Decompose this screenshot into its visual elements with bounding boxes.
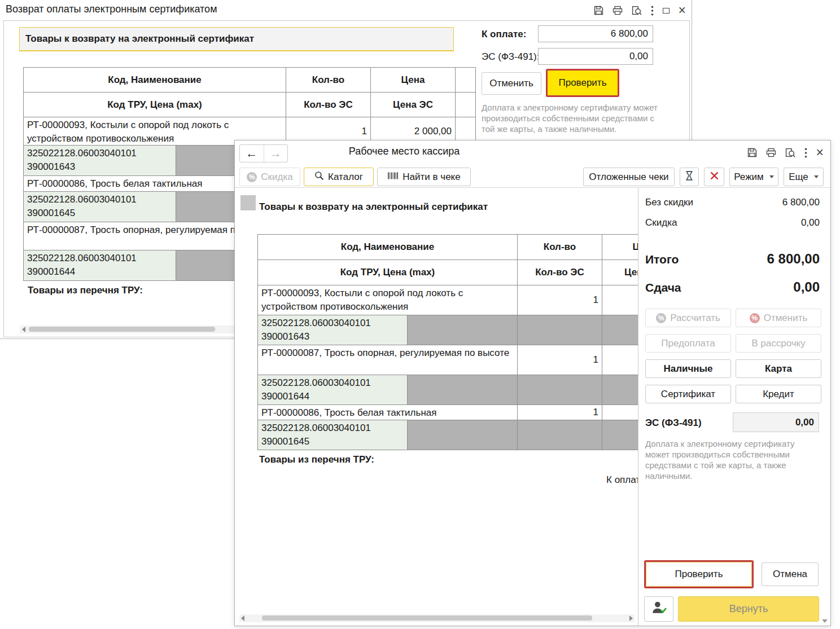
no-discount-value: 6 800,00: [782, 197, 820, 208]
back-arrow-icon[interactable]: ←: [240, 145, 264, 162]
tru-code-line-1: 325022128.06003040101: [27, 147, 172, 160]
table-row-tru[interactable]: 325022128.06003040101 390001643: [258, 315, 638, 345]
total-value: 6 800,00: [767, 251, 820, 267]
horizontal-scrollbar[interactable]: [239, 614, 635, 622]
cell-tru-price-max: [408, 420, 518, 450]
kebab-menu-icon[interactable]: [651, 6, 654, 16]
percent-icon: %: [247, 172, 257, 182]
print-icon[interactable]: [766, 148, 776, 157]
cancel-button[interactable]: Отменить: [482, 72, 541, 95]
calculate-button[interactable]: % Рассчитать: [645, 309, 731, 327]
scroll-down-icon[interactable]: [822, 619, 828, 623]
customer-button[interactable]: [644, 596, 673, 622]
discount-value: 0,00: [801, 217, 820, 228]
maximize-icon[interactable]: [663, 8, 670, 14]
receipt-items-table: Код, Наименование Кол-во Цена Код ТРУ, Ц…: [257, 234, 638, 450]
cell-item-name: РТ-00000087, Трость опорная, регулируема…: [258, 345, 518, 375]
scroll-right-icon[interactable]: [629, 615, 633, 621]
credit-button[interactable]: Кредит: [736, 385, 821, 403]
panel-handle[interactable]: [240, 195, 256, 210]
percent-icon: %: [656, 313, 666, 323]
table-header-row-2: Код ТРУ, Цена (max) Кол-во ЭС Цена ЭС: [258, 260, 638, 285]
cashier-window: ← → Рабочее место кассира × % Скидка Кат…: [234, 140, 831, 626]
cell-tru-code: 325022128.06003040101 390001644: [258, 375, 408, 405]
mode-button[interactable]: Режим: [729, 168, 778, 186]
check-button-highlight: Проверить: [546, 69, 619, 97]
delete-receipt-button[interactable]: [704, 168, 724, 186]
card-button[interactable]: Карта: [736, 359, 821, 378]
col-header-tru: Код ТРУ, Цена (max): [24, 93, 286, 117]
tru-list-label: Товары из перечня ТРУ:: [259, 454, 374, 465]
calculate-button-label: Рассчитать: [670, 313, 720, 324]
col-header-qty-es: Кол-во ЭС: [518, 260, 602, 285]
cell-tru-code: 325022128.06003040101 390001643: [258, 315, 408, 345]
find-in-receipt-button[interactable]: Найти в чеке: [377, 168, 471, 186]
es-label: ЭС (ФЗ-491): [645, 417, 702, 429]
es-input[interactable]: 0,00: [538, 48, 653, 65]
scroll-left-icon[interactable]: [241, 615, 244, 621]
cell-item-price: [602, 345, 638, 375]
find-icon[interactable]: [785, 148, 795, 157]
cell-tru-price-max: [408, 315, 518, 345]
catalog-button[interactable]: Каталог: [304, 168, 374, 186]
tru-code-line-1: 325022128.06003040101: [261, 376, 404, 390]
print-icon[interactable]: [613, 6, 623, 15]
close-icon[interactable]: ×: [679, 4, 686, 17]
col-header-extra: [456, 68, 476, 93]
cell-qty-es: [518, 375, 602, 405]
col-header-qty: Кол-во: [286, 68, 371, 93]
cash-label: Наличные: [663, 363, 712, 375]
surcharge-note: Доплата к электронному сертификату может…: [645, 438, 810, 481]
save-icon[interactable]: [747, 148, 757, 157]
close-icon[interactable]: ×: [816, 146, 824, 159]
tru-code-line-2: 390001644: [27, 265, 172, 279]
more-button[interactable]: Еще: [784, 168, 824, 186]
check-button[interactable]: Проверить: [646, 562, 752, 587]
es-input[interactable]: 0,00: [733, 412, 819, 432]
percent-icon: %: [750, 313, 760, 323]
kebab-menu-icon[interactable]: [804, 148, 807, 158]
scrollbar-thumb[interactable]: [262, 615, 592, 621]
section-header: Товары к возврату на электронный сертифи…: [19, 27, 454, 51]
cashier-window-titlebar[interactable]: ← → Рабочее место кассира ×: [235, 140, 830, 165]
to-pay-input[interactable]: 6 800,00: [538, 25, 653, 42]
hourglass-button[interactable]: [680, 168, 699, 186]
change-value: 0,00: [793, 279, 820, 295]
table-header-row-2: Код ТРУ, Цена (max) Кол-во ЭС Цена ЭС: [24, 93, 476, 117]
cash-button[interactable]: Наличные: [645, 359, 731, 378]
check-button[interactable]: Проверить: [548, 71, 618, 95]
titlebar-icons: ×: [747, 146, 824, 159]
return-button[interactable]: Вернуть: [678, 596, 819, 622]
deferred-receipts-button[interactable]: Отложенные чеки: [583, 168, 675, 186]
cell-item-name: РТ-00000093, Костыли с опорой под локоть…: [258, 285, 518, 315]
cancel-discount-button[interactable]: % Отменить: [736, 309, 821, 327]
table-row-tru[interactable]: 325022128.06003040101 390001644: [258, 375, 638, 405]
payment-panel: Без скидки 6 800,00 Скидка 0,00 Итого 6 …: [638, 188, 830, 626]
table-row-tru[interactable]: 325022128.06003040101 390001645: [258, 420, 638, 450]
tru-code-line-1: 325022128.06003040101: [261, 316, 404, 330]
cell-price-es: [602, 420, 638, 450]
prepayment-button[interactable]: Предоплата: [645, 334, 731, 353]
certificate-button[interactable]: Сертификат: [645, 385, 731, 403]
save-icon[interactable]: [594, 6, 603, 15]
scroll-left-icon[interactable]: [22, 327, 25, 332]
refund-window-titlebar[interactable]: Возврат оплаты электронным сертификатом …: [0, 0, 692, 20]
cell-price-es: [602, 375, 638, 405]
scrollbar-thumb[interactable]: [29, 327, 215, 332]
person-check-icon: [651, 600, 667, 618]
table-row[interactable]: РТ-00000087, Трость опорная, регулируема…: [258, 345, 638, 375]
cancel-button[interactable]: Отмена: [762, 562, 819, 586]
deferred-receipts-label: Отложенные чеки: [589, 171, 668, 183]
to-pay-label: К оплате:: [482, 29, 526, 40]
cell-tru-code: 325022128.06003040101 390001645: [258, 420, 408, 450]
nav-history-group: ← →: [239, 144, 288, 162]
discount-button[interactable]: % Скидка: [239, 168, 300, 186]
tru-code-line-2: 390001645: [27, 206, 172, 220]
table-row[interactable]: РТ-00000093, Костыли с опорой под локоть…: [258, 285, 638, 315]
desktop: Возврат оплаты электронным сертификатом …: [0, 0, 840, 629]
table-row[interactable]: РТ-00000086, Трость белая тактильная 1: [258, 405, 638, 420]
discount-row: Скидка 0,00: [645, 217, 820, 228]
forward-arrow-icon[interactable]: →: [264, 145, 288, 162]
find-icon[interactable]: [632, 6, 642, 15]
installment-button[interactable]: В рассрочку: [736, 334, 821, 353]
